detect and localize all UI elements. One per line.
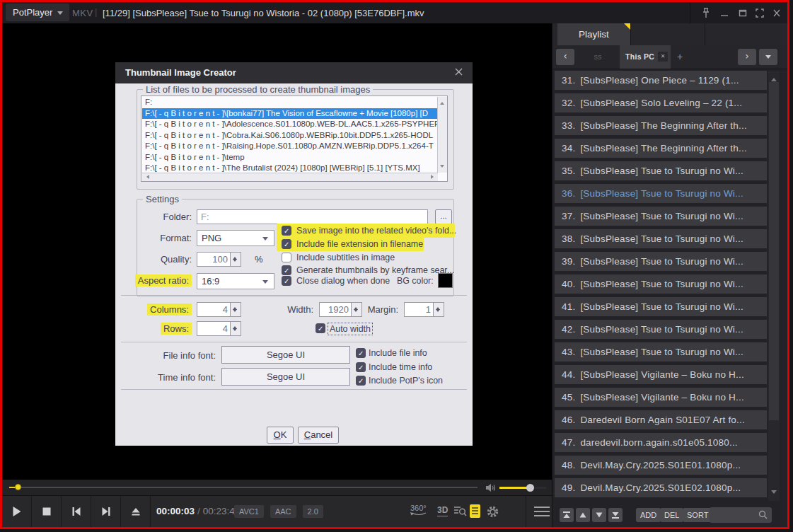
playlist-item[interactable]: 45.[SubsPlease] Vigilante – Boku no H... [555,388,767,407]
margin-spinner[interactable]: 1 [404,302,444,317]
spin-down-icon[interactable] [436,309,440,314]
spinner-buttons[interactable] [351,303,361,316]
move-up-button[interactable] [576,508,590,522]
playlist-scrollbar-thumb[interactable] [769,82,779,420]
volume-slider[interactable] [499,487,546,489]
checkbox-keyframe-search[interactable] [282,265,291,275]
file-list-item[interactable]: F:\[ - q B i t o r e n t - ]\[bonkai77] … [142,108,437,120]
playlist-item[interactable]: 38.[SubsPlease] Tsue to Tsurugi no Wi... [555,229,767,248]
scroll-down-icon[interactable] [440,165,444,170]
format-select[interactable]: PNG [197,230,274,246]
spinner-buttons[interactable] [230,322,241,335]
close-button[interactable] [772,8,783,19]
3d-mode-button[interactable]: 3D [437,505,448,516]
file-list-horizontal-scrollbar[interactable] [142,173,438,181]
subtab-close-icon[interactable]: ✕ [658,52,668,62]
folder-field[interactable]: F: [197,209,428,224]
stop-button[interactable] [32,496,62,527]
file-list-item[interactable]: F:\[ - q B i t o r e n t - ]\Adolescence… [142,119,437,130]
browse-button[interactable]: ... [435,209,452,224]
playlist-item[interactable]: 48.Devil.May.Cry.2025.S01E01.1080p... [555,456,767,475]
playlist-scrollbar[interactable] [768,71,780,501]
spin-down-icon[interactable] [233,328,237,333]
scroll-up-icon[interactable] [440,100,444,105]
playlist-item[interactable]: 46.Daredevil Born Again S01E07 Art fo... [555,410,767,429]
columns-spinner[interactable]: 4 [197,302,241,317]
checkbox-close-when-done[interactable] [282,276,291,286]
spin-down-icon[interactable] [233,259,237,264]
quality-spinner[interactable]: 100 [197,252,241,267]
checkbox-auto-width[interactable] [316,323,325,333]
move-down-button[interactable] [592,508,606,522]
file-list-item[interactable]: F:\[ - q B i t o r e n t - ]\temp [142,152,437,163]
ok-button[interactable]: OK [267,427,294,444]
maximize-button[interactable] [738,8,749,19]
volume-handle[interactable] [526,484,534,492]
file-list-item[interactable]: F:\[ - q B i t o r e n t - ]\Cobra.Kai.S… [142,130,437,141]
move-to-bottom-button[interactable] [608,508,623,522]
checkbox-include-time-info[interactable] [356,362,366,372]
playlist-item[interactable]: 42.[SubsPlease] Tsue to Tsurugi no Wi... [555,320,767,339]
width-spinner[interactable]: 1920 [319,302,362,317]
potplayer-menu-button[interactable]: PotPlayer [6,4,69,21]
playlist-item[interactable]: 35.[SubsPlease] Tsue to Tsurugi no Wi... [555,161,767,180]
file-list-item[interactable]: F: [142,97,437,108]
dialog-close-icon[interactable] [454,67,465,79]
tabs-dropdown-button[interactable] [759,49,777,65]
tab-empty-2[interactable] [705,23,787,45]
playlist-item[interactable]: 37.[SubsPlease] Tsue to Tsurugi no Wi... [555,207,767,226]
checkbox-save-related-folder[interactable] [282,226,291,236]
sort-button[interactable]: SORT [683,508,712,522]
file-info-font-button[interactable]: Segoe UI [221,346,350,364]
volume-icon[interactable] [485,483,496,492]
previous-button[interactable] [62,496,91,527]
spinner-buttons[interactable] [230,253,241,266]
next-button[interactable] [91,496,121,527]
checkbox-include-extension[interactable] [282,239,291,249]
fullscreen-button[interactable] [755,8,766,19]
scroll-down-icon[interactable] [771,490,777,497]
playlist-item[interactable]: 40.[SubsPlease] Tsue to Tsurugi no Wi... [555,274,767,294]
rows-spinner[interactable]: 4 [197,321,241,336]
settings-gear-icon[interactable] [486,505,499,521]
playlist-item[interactable]: 43.[SubsPlease] Tsue to Tsurugi no Wi... [555,342,767,362]
bg-color-swatch[interactable] [438,273,453,288]
scene-search-button[interactable] [453,506,467,520]
spinner-buttons[interactable] [230,303,241,316]
cancel-button[interactable]: Cancel [298,427,339,444]
file-list-item[interactable]: F:\[ - q B i t o r e n t - ]\Raising.Hop… [142,141,437,152]
eject-button[interactable] [121,496,151,527]
scroll-left-icon[interactable] [144,175,149,179]
del-button[interactable]: DEL [660,508,683,522]
file-list-vertical-scrollbar[interactable] [437,97,447,173]
tab-empty-1[interactable] [630,23,705,45]
file-listbox[interactable]: F: F:\[ - q B i t o r e n t - ]\[bonkai7… [141,96,448,182]
add-playlist-tab-button[interactable]: + [677,51,683,62]
play-button[interactable] [2,496,32,527]
playlist-item[interactable]: 32.[SubsPlease] Solo Leveling – 22 (1... [555,93,767,112]
pin-icon[interactable] [701,8,712,19]
vr-360-button[interactable]: 360° [410,504,429,516]
tabs-scroll-right-button[interactable]: › [738,49,756,65]
scroll-right-icon[interactable] [431,175,436,179]
menu-button[interactable] [534,507,550,519]
time-info-font-button[interactable]: Segoe UI [221,368,350,386]
tabs-scroll-left-button[interactable]: ‹ [556,49,574,65]
subtab-previous[interactable]: ss [576,45,620,69]
seek-handle[interactable] [15,484,21,490]
playlist-item[interactable]: 44.[SubsPlease] Vigilante – Boku no H... [555,365,767,384]
dialog-titlebar[interactable]: Thumbnail Image Creator [115,62,473,83]
playlist-item[interactable]: 31.[SubsPlease] One Piece – 1129 (1... [555,71,767,90]
file-list-item[interactable]: F:\[ - q B i t o r e n t - ]\The Brutali… [142,163,437,173]
subtitle-log-button[interactable] [470,504,480,518]
playlist-item[interactable]: 33.[SubsPlease] The Beginning After th..… [555,116,767,135]
playlist-item[interactable]: 41.[SubsPlease] Tsue to Tsurugi no Wi... [555,297,767,316]
checkbox-include-file-info[interactable] [356,348,366,358]
spinner-buttons[interactable] [433,303,444,316]
playlist-item[interactable]: 39.[SubsPlease] Tsue to Tsurugi no Wi... [555,252,767,271]
checkbox-include-subtitles[interactable] [282,253,291,262]
tab-playlist[interactable]: Playlist [557,23,630,45]
playlist-search-input[interactable] [710,507,772,523]
checkbox-include-potp-icon[interactable] [356,376,366,386]
spin-down-icon[interactable] [354,309,358,314]
